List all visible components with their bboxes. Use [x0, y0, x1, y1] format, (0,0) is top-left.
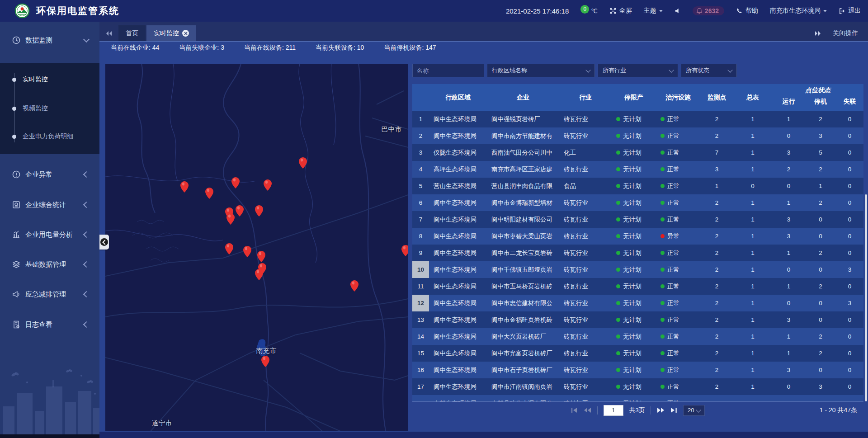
- table-row[interactable]: 13阆中生态环境局阆中市金福旺页岩机砖砖瓦行业无计划正常21300: [412, 311, 863, 328]
- table-body: 1阆中生态环境局阆中强锐页岩砖厂砖瓦行业无计划正常211202阆中生态环境局阆中…: [412, 111, 863, 401]
- sidebar-item-enterprise-abnormal[interactable]: 企业异常: [0, 164, 99, 185]
- status-dot-green: [616, 318, 620, 322]
- table-row[interactable]: 10阆中生态环境局阆中千佛镇五郎垭页岩砖瓦行业无计划正常21003: [412, 261, 863, 278]
- page-number-input[interactable]: [604, 405, 623, 416]
- tab-close-icon[interactable]: [182, 30, 189, 37]
- region-filter-select[interactable]: 行政区域名称: [487, 64, 595, 77]
- table-row[interactable]: 11阆中生态环境局阆中市五马桥页岩机砖砖瓦行业无计划正常21120: [412, 278, 863, 295]
- chevron-left-icon: [83, 291, 90, 297]
- table-row[interactable]: 9阆中生态环境局阆中市二龙长宝页岩砖砖瓦行业无计划正常21120: [412, 245, 863, 261]
- sidebar-item-emergency-reduction[interactable]: 应急减排管理: [0, 284, 99, 305]
- cell-region: 阆中生态环境局: [429, 111, 487, 127]
- close-operations-button[interactable]: 关闭操作: [833, 29, 858, 38]
- table-row[interactable]: 6阆中生态环境局阆中市金博瑞新型墙材砖瓦行业无计划正常21120: [412, 194, 863, 211]
- map-pin-icon[interactable]: [243, 246, 251, 257]
- cell-monitor-points: 3: [700, 161, 733, 178]
- next-page-button[interactable]: [657, 407, 665, 413]
- fullscreen-button[interactable]: 全屏: [609, 7, 632, 15]
- table-row[interactable]: 1阆中生态环境局阆中强锐页岩砖厂砖瓦行业无计划正常21120: [412, 111, 863, 127]
- sidebar-item-label: 企业用电量分析: [25, 231, 84, 239]
- table-row[interactable]: 2阆中生态环境局阆中市南方节能建材有砖瓦行业无计划正常21030: [412, 127, 863, 144]
- facility-text: 正常: [667, 316, 679, 324]
- status-filter-select[interactable]: 所有状态: [681, 64, 737, 77]
- cell-index: 15: [412, 345, 429, 362]
- table-row[interactable]: 15阆中生态环境局阆中市光富页岩机砖厂砖瓦行业无计划正常21120: [412, 345, 863, 362]
- sidebar-subitem-1[interactable]: 实时监控: [0, 73, 99, 86]
- map-pin-icon[interactable]: [261, 356, 269, 367]
- table-row[interactable]: 14阆中生态环境局阆中大兴页岩机砖厂砖瓦行业无计划正常21120: [412, 328, 863, 345]
- cell-enterprise: 阆中市金福旺页岩机砖: [487, 311, 559, 328]
- user-menu[interactable]: 南充市生态环境局: [770, 7, 827, 15]
- map-pin-icon[interactable]: [255, 205, 263, 217]
- prev-page-button[interactable]: [584, 407, 591, 413]
- tabs-scroll-left-button[interactable]: [99, 25, 118, 41]
- table-row[interactable]: 4高坪生态环境局南充市高坪区王家店建砖瓦行业无计划正常31220: [412, 161, 863, 178]
- table-row[interactable]: 17阆中生态环境局阆中市江南镇阆南页岩砖瓦行业无计划正常21030: [412, 378, 863, 395]
- tab-realtime-monitor[interactable]: 实时监控: [146, 25, 196, 41]
- sidebar-item-base-data[interactable]: 基础数据管理: [0, 254, 99, 275]
- map-pin-icon[interactable]: [225, 243, 233, 254]
- logout-button[interactable]: 退出: [839, 7, 861, 15]
- sidebar-collapse-handle[interactable]: [99, 235, 109, 250]
- cell-region: 阆中生态环境局: [429, 362, 487, 378]
- chevron-left-icon: [83, 261, 90, 268]
- cell-region: 仪陇生态环境局: [429, 144, 487, 161]
- map-pin-icon[interactable]: [257, 251, 265, 262]
- map-pin-icon[interactable]: [231, 177, 240, 188]
- cell-facility: 正常: [656, 378, 700, 395]
- col-header-total: 总表: [733, 84, 772, 111]
- map-pin-icon[interactable]: [226, 213, 235, 225]
- sidebar-item-power-analysis[interactable]: 企业用电量分析: [0, 224, 99, 245]
- suspension-text: 无计划: [623, 182, 642, 190]
- theme-menu[interactable]: 主题: [644, 7, 663, 15]
- map-pin-icon[interactable]: [401, 245, 408, 256]
- map-pin-icon[interactable]: [205, 188, 213, 199]
- sidebar-item-enterprise-statistics[interactable]: 企业综合统计: [0, 194, 99, 215]
- map-pin-icon[interactable]: [255, 269, 263, 280]
- cell-facility: 正常: [656, 161, 700, 178]
- tab-home[interactable]: 首页: [118, 25, 146, 41]
- sidebar-item-label: 应急减排管理: [25, 290, 84, 299]
- notifications-button[interactable]: 2632: [693, 6, 724, 15]
- sidebar-subitem-3[interactable]: 企业电力负荷明细: [0, 130, 99, 143]
- name-filter-input[interactable]: [412, 64, 484, 77]
- sidebar-subitem-2[interactable]: 视频监控: [0, 102, 99, 115]
- cell-monitor-points: 2: [700, 278, 733, 295]
- map-panel[interactable]: 巴中市南充市遂宁市: [105, 64, 408, 431]
- pagination-divider: [651, 406, 651, 414]
- col-header-region: 行政区域: [429, 84, 487, 111]
- table-row[interactable]: 5营山生态环境局营山县润丰肉食品有限食品无计划正常10010: [412, 178, 863, 194]
- map-pin-icon[interactable]: [236, 205, 244, 217]
- sidebar-item-log-view[interactable]: 日志查看: [0, 314, 99, 335]
- tabs-scroll-right-button[interactable]: [815, 25, 821, 41]
- cell-total-meter: 1: [733, 228, 772, 245]
- table-row[interactable]: 7阆中生态环境局阆中明阳建材有限公司砖瓦行业无计划正常21300: [412, 211, 863, 228]
- suspension-text: 无计划: [623, 283, 642, 291]
- cell-offline: 0: [836, 395, 863, 401]
- first-page-button[interactable]: [571, 407, 578, 413]
- submenu-dot-icon: [12, 78, 16, 82]
- cell-facility: 正常: [656, 345, 700, 362]
- industry-filter-select[interactable]: 所有行业: [598, 64, 678, 77]
- help-button[interactable]: 帮助: [736, 7, 758, 15]
- map-pin-icon[interactable]: [180, 181, 189, 193]
- cell-shutdown: 3: [805, 127, 836, 144]
- table-row[interactable]: 12阆中生态环境局阆中市忠信建材有限公砖瓦行业无计划正常21003: [412, 295, 863, 311]
- sidebar-item-data-monitoring[interactable]: 数据监测: [0, 30, 99, 51]
- status-dot-green: [660, 301, 665, 305]
- map-pin-icon[interactable]: [264, 179, 272, 191]
- cell-total-meter: 1: [733, 194, 772, 211]
- table-row[interactable]: 18南部生态环境局南部县砖华水泥有限公建材加工无计划正常60060: [412, 395, 863, 401]
- table-row[interactable]: 3仪陇生态环境局西南油气田分公司川中化工无计划正常71350: [412, 144, 863, 161]
- suspension-text: 无计划: [623, 165, 642, 174]
- page-size-select[interactable]: 20: [683, 405, 705, 416]
- map-pin-icon[interactable]: [350, 280, 359, 292]
- table-row[interactable]: 8阆中生态环境局阆中市枣碧大梁山页岩砖瓦行业无计划异常21300: [412, 228, 863, 245]
- page-scrollbar-thumb[interactable]: [865, 194, 867, 401]
- table-row[interactable]: 16阆中生态环境局阆中市石子页岩机砖厂砖瓦行业无计划正常21300: [412, 362, 863, 378]
- map-pin-icon[interactable]: [299, 157, 307, 169]
- sound-mute-button[interactable]: [675, 8, 681, 14]
- cell-index: 13: [412, 311, 429, 328]
- cell-facility: 正常: [656, 395, 700, 401]
- last-page-button[interactable]: [670, 407, 677, 413]
